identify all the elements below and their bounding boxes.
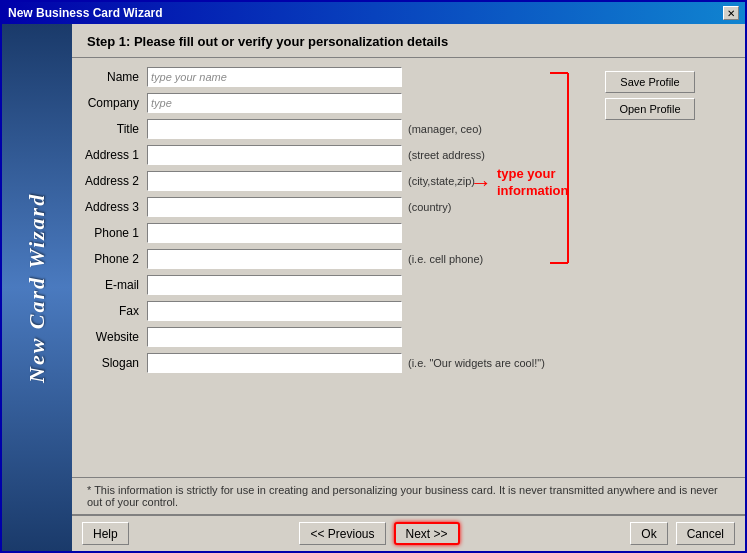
main-area: Step 1: Please fill out or verify your p…: [72, 24, 745, 551]
right-arrow-icon: →: [470, 170, 492, 196]
field-hint-address-1: (street address): [408, 149, 485, 161]
field-input-e-mail[interactable]: [147, 275, 402, 295]
form-row: E-mail: [82, 274, 555, 296]
form-row: Slogan(i.e. "Our widgets are cool!"): [82, 352, 555, 374]
close-button[interactable]: ✕: [723, 6, 739, 20]
form-row: Company: [82, 92, 555, 114]
field-label-address-3: Address 3: [82, 200, 147, 214]
sidebar-label: New Card Wizard: [2, 24, 72, 551]
field-input-name[interactable]: [147, 67, 402, 87]
field-label-e-mail: E-mail: [82, 278, 147, 292]
field-label-fax: Fax: [82, 304, 147, 318]
field-input-address-3[interactable]: [147, 197, 402, 217]
field-input-company[interactable]: [147, 93, 402, 113]
field-input-address-2[interactable]: [147, 171, 402, 191]
window-title: New Business Card Wizard: [8, 6, 163, 20]
ok-button[interactable]: Ok: [630, 522, 667, 545]
field-hint-slogan: (i.e. "Our widgets are cool!"): [408, 357, 545, 369]
field-label-phone-2: Phone 2: [82, 252, 147, 266]
field-label-address-1: Address 1: [82, 148, 147, 162]
form-row: Title(manager, ceo): [82, 118, 555, 140]
form-area: NameCompanyTitle(manager, ceo)Address 1(…: [72, 58, 745, 477]
field-label-phone-1: Phone 1: [82, 226, 147, 240]
open-profile-button[interactable]: Open Profile: [605, 98, 695, 120]
window-content: New Card Wizard Step 1: Please fill out …: [2, 24, 745, 551]
form-row: Fax: [82, 300, 555, 322]
footer-right: Ok Cancel: [630, 522, 735, 545]
field-hint-phone-2: (i.e. cell phone): [408, 253, 483, 265]
field-input-phone-2[interactable]: [147, 249, 402, 269]
form-row: Name: [82, 66, 555, 88]
field-label-name: Name: [82, 70, 147, 84]
field-input-slogan[interactable]: [147, 353, 402, 373]
step-header: Step 1: Please fill out or verify your p…: [72, 24, 745, 58]
title-bar: New Business Card Wizard ✕: [2, 2, 745, 24]
field-input-phone-1[interactable]: [147, 223, 402, 243]
field-input-fax[interactable]: [147, 301, 402, 321]
next-button[interactable]: Next >>: [394, 522, 460, 545]
form-row: Website: [82, 326, 555, 348]
form-section: NameCompanyTitle(manager, ceo)Address 1(…: [82, 66, 555, 469]
field-hint-address-2: (city,state,zip): [408, 175, 475, 187]
help-button[interactable]: Help: [82, 522, 129, 545]
field-label-slogan: Slogan: [82, 356, 147, 370]
previous-button[interactable]: << Previous: [299, 522, 385, 545]
right-section: Save Profile Open Profile → type yourinf…: [565, 66, 735, 469]
field-hint-address-3: (country): [408, 201, 451, 213]
footer-center: << Previous Next >>: [299, 522, 459, 545]
save-profile-button[interactable]: Save Profile: [605, 71, 695, 93]
field-label-address-2: Address 2: [82, 174, 147, 188]
form-row: Address 1(street address): [82, 144, 555, 166]
field-label-company: Company: [82, 96, 147, 110]
annotation-area: → type yourinformation: [470, 166, 569, 200]
field-input-title[interactable]: [147, 119, 402, 139]
cancel-button[interactable]: Cancel: [676, 522, 735, 545]
field-hint-title: (manager, ceo): [408, 123, 482, 135]
form-row: Phone 2(i.e. cell phone): [82, 248, 555, 270]
field-input-address-1[interactable]: [147, 145, 402, 165]
annotation-text: type yourinformation: [497, 166, 569, 200]
info-note: * This information is strictly for use i…: [72, 477, 745, 514]
main-window: New Business Card Wizard ✕ New Card Wiza…: [0, 0, 747, 553]
form-row: Phone 1: [82, 222, 555, 244]
field-label-website: Website: [82, 330, 147, 344]
sidebar: New Card Wizard: [2, 24, 72, 551]
footer: Help << Previous Next >> Ok Cancel: [72, 514, 745, 551]
field-label-title: Title: [82, 122, 147, 136]
field-input-website[interactable]: [147, 327, 402, 347]
